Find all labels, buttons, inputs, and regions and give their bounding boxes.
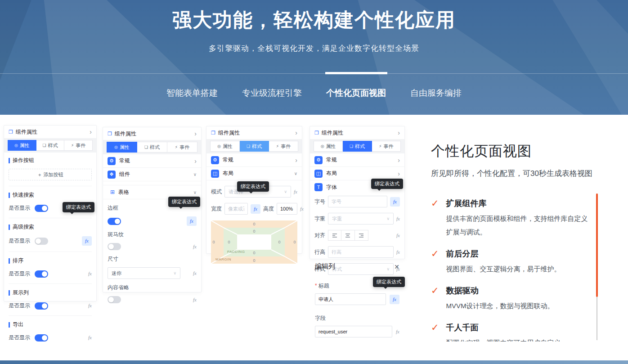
font-size-input[interactable] <box>328 196 387 207</box>
fx-button[interactable]: fx <box>396 216 400 221</box>
tab-event[interactable]: ⚡事件 <box>269 141 298 152</box>
tab-smart-form[interactable]: 智能表单搭建 <box>166 87 218 99</box>
collapse-component[interactable]: ❖组件 ∨ <box>103 168 201 181</box>
chevron-right-icon: › <box>295 157 297 163</box>
align-right-icon[interactable] <box>355 230 368 241</box>
chevron-down-icon: ∨ <box>284 189 287 194</box>
box-model-diagram: 0 0 0 0 0 0 0 0 PADDING MARGIN <box>211 220 297 264</box>
fx-button-highlighted[interactable]: fx <box>390 197 400 207</box>
edit-column-panel: 编辑列 ✕ *标题 fx 字段 fx 绑定表达式 <box>310 262 405 337</box>
tab-properties[interactable]: ◎属性 <box>210 141 240 152</box>
style-icon: ❏ <box>144 145 148 149</box>
fx-button-highlighted[interactable]: fx <box>187 216 197 226</box>
tab-event[interactable]: ⚡事件 <box>167 142 197 153</box>
tab-style[interactable]: ❏样式 <box>36 140 65 151</box>
collapse-chevron-icon[interactable]: › <box>194 130 197 137</box>
component-cube-icon: ❖ <box>108 171 116 179</box>
feature-tabs: 智能表单搭建 专业级流程引擎 个性化页面视图 自由服务编排 <box>0 87 628 99</box>
properties-icon: ◎ <box>321 144 324 148</box>
fx-button[interactable]: fx <box>396 250 400 255</box>
properties-icon: ◎ <box>14 143 18 148</box>
collapse-general[interactable]: ⚙常规 › <box>103 154 201 168</box>
font-weight-select[interactable]: 字重∨ <box>328 213 394 225</box>
panel-tabbar: ◎属性 ❏样式 ⚡事件 <box>310 139 404 153</box>
tab-properties[interactable]: ◎属性 <box>107 142 137 153</box>
tab-service-orchestration[interactable]: 自由服务编排 <box>410 87 462 99</box>
fx-button[interactable]: fx <box>193 297 197 302</box>
list-item: ✓ 数据驱动 MVVM设计理念，数据与视图联动。 <box>431 286 591 313</box>
collapse-general[interactable]: ⚙常规 › <box>206 153 302 167</box>
show-label: 是否显示 <box>9 204 30 212</box>
feature-heading-block: 个性化页面视图 所见即所得，个性化配置，可30秒生成表格视图 <box>431 142 602 179</box>
tab-personalized-page-view[interactable]: 个性化页面视图 <box>326 87 386 99</box>
tab-properties[interactable]: ◎属性 <box>8 140 36 151</box>
fx-button[interactable]: fx <box>300 207 304 211</box>
add-action-button[interactable]: ＋ 添加按钮 <box>9 169 92 180</box>
feature-title: 个性化页面视图 <box>431 142 602 161</box>
tab-process-engine[interactable]: 专业级流程引擎 <box>242 87 302 99</box>
binding-expression-tooltip: 绑定表达式 <box>237 181 269 192</box>
fx-button[interactable]: fx <box>193 271 197 276</box>
component-props-panel-3: ❐组件属性 › ◎属性 ❏样式 ⚡事件 ⚙常规 › ◫布局 ∨ 模式 请选择∨ … <box>206 126 302 254</box>
align-left-icon[interactable] <box>328 230 341 241</box>
collapse-general[interactable]: ⚙常规 › <box>310 153 404 167</box>
scrollbar-track[interactable] <box>597 297 597 340</box>
section-sort: 排序 <box>9 257 92 265</box>
close-icon[interactable]: ✕ <box>394 263 399 270</box>
fx-button[interactable]: fx <box>396 233 400 238</box>
tab-properties[interactable]: ◎属性 <box>314 141 343 152</box>
tab-event[interactable]: ⚡事件 <box>372 141 401 152</box>
tab-event[interactable]: ⚡事件 <box>64 140 93 151</box>
column-title-input[interactable] <box>315 293 386 305</box>
tab-style[interactable]: ❏样式 <box>240 141 269 152</box>
collapse-layout[interactable]: ◫布局 ∨ <box>206 167 302 180</box>
fx-button-highlighted[interactable]: fx <box>390 295 399 304</box>
fx-button[interactable]: fx <box>88 303 92 308</box>
toggle-show-quick-search[interactable] <box>35 205 48 212</box>
fx-button-highlighted[interactable]: fx <box>251 204 260 214</box>
table-icon: ⊞ <box>110 189 115 195</box>
panel-header: ❐组件属性 › <box>103 127 201 140</box>
fx-button[interactable]: fx <box>88 335 92 340</box>
column-field-input[interactable] <box>315 326 392 337</box>
fx-button[interactable]: fx <box>294 189 297 194</box>
fx-button[interactable]: fx <box>193 244 197 249</box>
toggle-ellipsis[interactable] <box>108 296 121 303</box>
collapse-chevron-icon[interactable]: › <box>398 130 400 136</box>
line-height-input[interactable] <box>328 246 394 258</box>
tab-style[interactable]: ❏样式 <box>343 141 372 152</box>
margin-top-value: 0 <box>253 222 255 226</box>
height-input[interactable] <box>277 203 297 215</box>
toggle-border[interactable] <box>108 218 121 225</box>
toggle-show-columns[interactable] <box>35 302 48 310</box>
tab-divider-line <box>0 73 628 74</box>
width-input[interactable] <box>224 203 248 215</box>
align-button-group <box>328 230 394 241</box>
gear-icon: ⚙ <box>211 156 219 164</box>
toggle-show-export[interactable] <box>35 334 48 342</box>
section-action-buttons: 操作按钮 <box>9 157 92 164</box>
stripe-label: 斑马纹 <box>108 231 197 238</box>
fx-button[interactable]: fx <box>396 329 399 334</box>
required-mark: * <box>315 283 317 289</box>
align-center-icon[interactable] <box>341 230 355 241</box>
hero-section: 强大功能，轻松构建个性化应用 多引擎驱动，全栈可视化开发，满足企业数字化转型全场… <box>0 0 628 115</box>
toggle-stripe[interactable] <box>108 243 121 250</box>
collapse-chevron-icon[interactable]: › <box>295 130 297 136</box>
toggle-show-sort[interactable] <box>35 270 48 278</box>
chevron-down-icon: ∨ <box>173 271 176 275</box>
toggle-show-advanced-search[interactable] <box>35 238 48 245</box>
feature-item-title: 扩展组件库 <box>446 198 591 208</box>
tab-style[interactable]: ❏样式 <box>137 142 167 153</box>
fx-button[interactable]: fx <box>88 271 92 276</box>
feature-item-desc: 配置化实现，视图内容可由用户自定义。 <box>446 336 591 342</box>
panel-title: 组件属性 <box>218 129 240 137</box>
fx-button-highlighted[interactable]: fx <box>82 236 92 246</box>
collapse-chevron-icon[interactable]: › <box>90 129 92 135</box>
check-icon: ✓ <box>431 323 439 342</box>
component-icon: ❐ <box>9 129 13 135</box>
line-height-label: 行高 <box>314 248 325 256</box>
panel-tabbar: ◎属性 ❏样式 ⚡事件 <box>206 139 302 153</box>
size-select[interactable]: 迷你∨ <box>108 267 180 279</box>
scrollbar-thumb[interactable] <box>596 193 598 297</box>
